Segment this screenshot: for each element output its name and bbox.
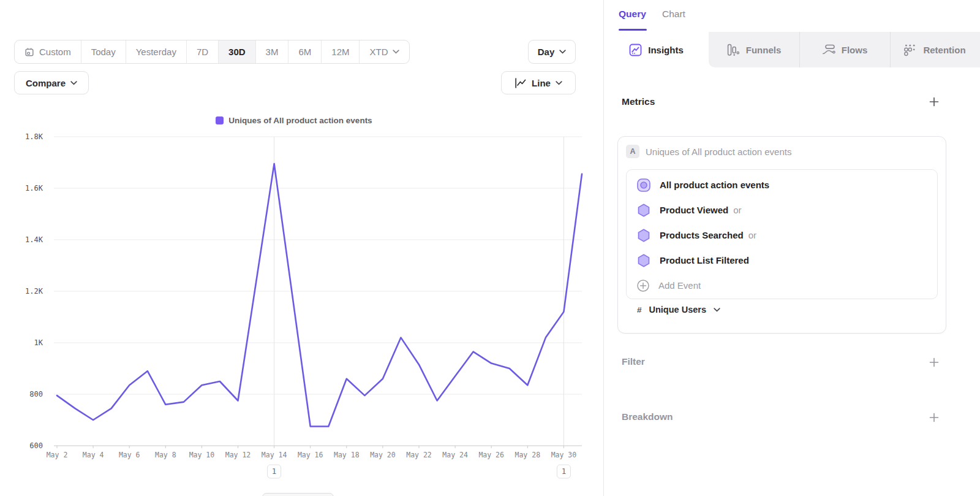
range-label: 6M	[298, 47, 311, 57]
filter-heading: Filter	[622, 356, 645, 367]
x-axis-label: May 14	[262, 451, 287, 459]
event-list: All product action events Product Viewed…	[626, 169, 938, 299]
series-line	[57, 164, 582, 426]
range-label: 7D	[197, 47, 208, 57]
hexagon-event-icon	[636, 253, 651, 268]
compare-label: Compare	[26, 78, 66, 88]
event-row-product-list-filtered[interactable]: Product List Filtered	[627, 248, 937, 273]
chevron-down-icon	[714, 308, 720, 312]
funnels-icon	[727, 44, 740, 56]
add-metric-button[interactable]	[928, 96, 940, 108]
x-axis-label: May 26	[478, 451, 504, 459]
x-axis-label: May 22	[406, 451, 432, 459]
x-axis-label: May 30	[551, 451, 577, 459]
granularity-label: Day	[538, 47, 555, 57]
tab-label: Flows	[842, 45, 868, 55]
chevron-down-icon	[559, 50, 566, 54]
y-axis-label: 800	[29, 390, 43, 399]
range-button-yesterday[interactable]: Yesterday	[126, 40, 186, 63]
series-title: Uniques of All product action events	[646, 147, 791, 157]
plus-circle-icon	[636, 279, 650, 292]
panel-divider	[603, 0, 604, 496]
event-suffix: or	[733, 205, 741, 215]
tab-label: Funnels	[746, 45, 782, 55]
hexagon-event-icon	[636, 203, 651, 218]
series-badge: A	[626, 145, 639, 158]
range-button-3m[interactable]: 3M	[255, 40, 288, 63]
plus-icon	[929, 413, 939, 422]
y-axis-label: 1.2K	[25, 287, 43, 296]
insights-icon	[629, 44, 642, 56]
range-button-30d[interactable]: 30D	[218, 40, 255, 63]
y-axis-label: 1.4K	[25, 235, 43, 244]
active-tab-underline	[619, 29, 647, 31]
x-axis-label: May 12	[225, 451, 251, 459]
range-button-7d[interactable]: 7D	[186, 40, 218, 63]
tab-insights[interactable]: Insights	[604, 32, 709, 67]
date-range-segmented-control: Custom Today Yesterday 7D 30D 3M 6M 12M …	[14, 40, 410, 64]
x-axis-label: May 4	[83, 451, 104, 459]
event-label: Product Viewed	[660, 205, 728, 215]
range-label: XTD	[369, 47, 388, 57]
range-button-12m[interactable]: 12M	[321, 40, 359, 63]
tab-query[interactable]: Query	[619, 9, 646, 20]
measurement-dropdown[interactable]: # Unique Users	[637, 305, 720, 315]
flows-icon	[822, 44, 835, 56]
tab-label: Retention	[923, 45, 965, 55]
y-axis-label: 1K	[34, 338, 43, 347]
x-axis-label: May 10	[189, 451, 215, 459]
event-label: All product action events	[660, 180, 769, 190]
range-label: 3M	[266, 47, 279, 57]
range-button-xtd[interactable]: XTD	[359, 40, 409, 63]
breakdown-heading: Breakdown	[622, 411, 673, 422]
range-button-6m[interactable]: 6M	[288, 40, 321, 63]
plus-icon	[929, 97, 939, 107]
measurement-label: Unique Users	[649, 305, 706, 315]
tab-flows[interactable]: Flows	[799, 32, 890, 67]
add-event-button[interactable]: Add Event	[627, 273, 937, 298]
add-breakdown-button[interactable]	[928, 411, 940, 424]
event-label: Products Searched	[660, 230, 744, 240]
chevron-down-icon	[393, 50, 399, 54]
chart-type-dropdown[interactable]: Line	[501, 71, 576, 94]
range-label: 30D	[228, 47, 246, 57]
x-axis-label: May 2	[47, 451, 68, 459]
chevron-down-icon	[70, 81, 77, 85]
tab-retention[interactable]: Retention	[890, 32, 980, 67]
event-row-all-product-action-events[interactable]: All product action events	[627, 172, 937, 197]
range-button-custom[interactable]: Custom	[15, 40, 81, 63]
compare-dropdown[interactable]: Compare	[14, 71, 89, 94]
x-axis-label: May 28	[515, 451, 541, 459]
annotation-marker-label: 1	[562, 467, 567, 476]
add-filter-button[interactable]	[928, 356, 940, 368]
line-chart-icon	[514, 78, 527, 88]
x-axis-label: May 6	[119, 451, 140, 459]
all-events-icon	[636, 178, 651, 193]
x-axis-label: May 24	[442, 451, 468, 459]
y-axis-label: 600	[29, 441, 43, 450]
legend-label: Uniques of All product action events	[228, 116, 372, 125]
range-label: Custom	[39, 47, 71, 57]
event-row-products-searched[interactable]: Products Searched or	[627, 223, 937, 248]
chart-type-label: Line	[532, 78, 551, 88]
tab-funnels[interactable]: Funnels	[709, 32, 799, 67]
hexagon-event-icon	[636, 228, 651, 243]
metrics-heading: Metrics	[622, 96, 655, 107]
hash-icon: #	[637, 305, 642, 315]
granularity-dropdown[interactable]: Day	[528, 40, 576, 64]
add-event-label: Add Event	[658, 280, 701, 291]
legend-swatch	[216, 116, 224, 124]
plus-icon	[929, 357, 939, 367]
cutoff-bottom-element	[262, 493, 334, 496]
tab-chart[interactable]: Chart	[662, 9, 685, 20]
event-label: Product List Filtered	[660, 255, 749, 265]
x-axis-label: May 16	[298, 451, 323, 459]
range-label: Today	[91, 47, 116, 57]
x-axis-label: May 8	[155, 451, 176, 459]
event-row-product-viewed[interactable]: Product Viewed or	[627, 197, 937, 223]
y-axis-label: 1.6K	[25, 184, 43, 193]
event-suffix: or	[748, 230, 756, 240]
calendar-icon	[24, 47, 34, 57]
y-axis-label: 1.8K	[25, 132, 43, 141]
range-button-today[interactable]: Today	[81, 40, 126, 63]
